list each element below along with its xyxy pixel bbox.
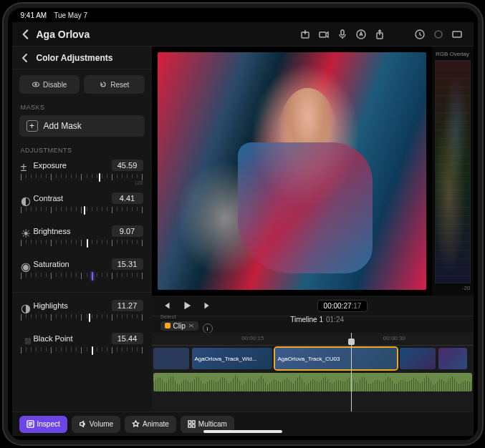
ipad-frame: 9:41 AM Tue May 7 Aga Orlova Color Adjus… [4,4,482,444]
svg-rect-7 [453,31,461,37]
adj-label: Contrast [34,194,112,203]
titles-icon[interactable] [352,25,370,44]
animate-tab[interactable]: Animate [125,416,176,433]
adjustment-black-point: ◾Black Point15.44 [12,328,152,361]
camera-icon[interactable] [314,25,333,44]
svg-rect-2 [341,30,344,35]
adjustments-section-header: ADJUSTMENTS [12,142,152,155]
adj-slider[interactable] [21,207,143,220]
playhead[interactable] [351,333,352,412]
next-frame-button[interactable] [201,299,213,312]
masks-section-header: MASKS [12,99,152,112]
svg-rect-1 [320,32,326,37]
import-icon[interactable] [296,25,314,44]
panel-back-button[interactable] [19,52,31,64]
share-icon[interactable] [370,25,389,44]
adjustment-exposure: ±Exposure45.59100 [12,155,152,188]
video-track[interactable]: AgaOrlova_Track_Wid... AgaOrlova_Track_C… [152,346,474,371]
settings-icon[interactable] [429,25,448,44]
adj-slider[interactable] [21,273,143,286]
adj-value[interactable]: 15.31 [112,258,143,270]
svg-rect-11 [188,421,191,424]
adj-icon: ◉ [21,260,29,268]
audio-track[interactable] [152,373,474,394]
clip-5[interactable] [438,348,467,369]
audio-clip[interactable] [153,373,472,391]
adj-value[interactable]: 45.59 [112,160,143,171]
adj-slider[interactable] [21,347,143,360]
adj-label: Black Point [34,334,112,343]
back-button[interactable] [19,28,32,41]
clip-selector[interactable]: Clip [160,321,198,331]
svg-rect-13 [188,424,191,427]
svg-rect-12 [192,421,195,424]
adj-value[interactable]: 9.07 [112,225,143,237]
svg-rect-14 [192,424,195,427]
play-button[interactable] [181,299,193,312]
scopes-panel: RGB Overlay -20 [432,47,474,296]
adj-value[interactable]: 15.44 [112,333,143,344]
home-indicator[interactable] [203,430,282,433]
panel-header: Color Adjustments [12,47,152,69]
adj-icon: ◑ [21,301,29,310]
clip-1[interactable] [153,348,189,369]
timeline-ruler[interactable]: 00:00:15 00:00:30 [152,333,474,346]
top-toolbar: Aga Orlova [12,22,474,47]
inspect-tab[interactable]: Inspect [19,416,67,433]
clip-2[interactable]: AgaOrlova_Track_Wid... [192,348,272,369]
adjustment-highlights: ◑Highlights11.27 [12,296,152,328]
project-title: Aga Orlova [37,29,90,40]
timeline-header: Select Clip Timeline 101:24i [152,316,474,333]
adj-slider[interactable] [21,240,143,253]
voiceover-icon[interactable] [333,25,352,44]
status-time: 9:41 AM [21,11,47,19]
app-window: Aga Orlova Color Adjustments Disable Res… [12,22,474,436]
clip-4[interactable] [400,348,436,369]
adj-icon: ☀ [21,227,29,235]
scope-value: -20 [435,285,471,291]
status-bar: 9:41 AM Tue May 7 [8,8,478,22]
adj-icon: ◐ [21,194,29,203]
volume-tab[interactable]: Volume [72,416,120,433]
timeline-info-icon[interactable]: i [203,323,213,333]
timeline[interactable]: 00:00:15 00:00:30 AgaOrlova_Track_Wid...… [152,333,474,412]
viewer-image [158,52,426,290]
adj-icon: ◾ [21,334,29,343]
add-mask-button[interactable]: +Add Mask [19,115,145,137]
disable-button[interactable]: Disable [19,75,80,94]
inspector-sidebar: Color Adjustments Disable Reset MASKS +A… [12,47,152,412]
adj-slider[interactable] [21,314,143,327]
adj-value[interactable]: 11.27 [112,300,143,311]
timeline-duration: 01:24 [326,316,344,323]
timecode-display[interactable]: 00:00:27:17 [317,300,368,312]
svg-point-8 [33,82,39,87]
scope-title: RGB Overlay [435,51,471,57]
fullscreen-icon[interactable] [448,25,466,44]
adj-label: Saturation [34,260,112,268]
history-icon[interactable] [410,25,429,44]
adj-label: Exposure [34,161,112,170]
clip-3-selected[interactable]: AgaOrlova_Track_CU03 [275,348,397,369]
adj-value[interactable]: 4.41 [112,193,143,204]
svg-point-6 [435,31,442,38]
svg-point-9 [35,84,37,85]
adjustments-list: ±Exposure45.59100◐Contrast4.41☀Brightnes… [12,155,152,412]
transport-bar: 00:00:27:17 [152,296,474,316]
adjustment-saturation: ◉Saturation15.31 [12,254,152,287]
adjustment-brightness: ☀Brightness9.07 [12,221,152,254]
plus-icon: + [27,120,38,132]
adjustment-contrast: ◐Contrast4.41 [12,188,152,221]
rgb-scope[interactable] [435,60,471,283]
reset-button[interactable]: Reset [84,75,145,94]
panel-title: Color Adjustments [37,53,113,63]
prev-frame-button[interactable] [160,299,173,312]
content-area: RGB Overlay -20 00:00:27:17 Select Clip … [152,47,474,412]
status-date: Tue May 7 [54,11,87,19]
adj-icon: ± [21,161,29,170]
adj-label: Brightness [34,227,112,235]
adj-label: Highlights [34,301,112,310]
adj-slider[interactable]: 100 [21,174,143,187]
timeline-name: Timeline 1 [290,316,323,323]
viewer[interactable] [152,47,432,296]
